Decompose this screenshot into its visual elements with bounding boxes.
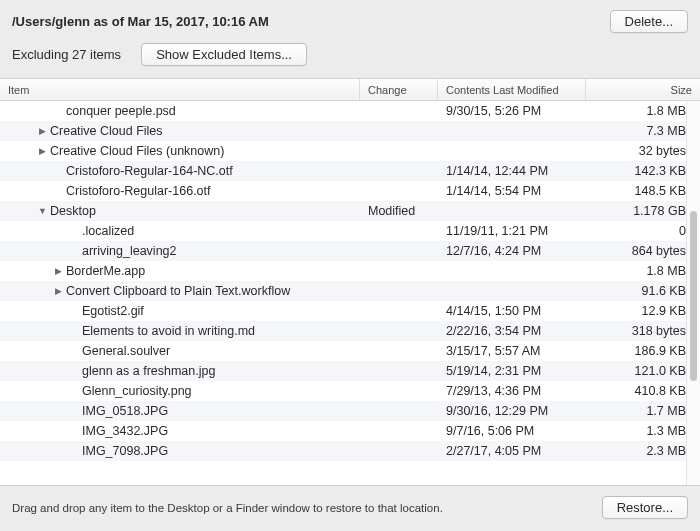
col-header-modified[interactable]: Contents Last Modified <box>438 79 586 100</box>
restore-button[interactable]: Restore... <box>602 496 688 519</box>
item-name: conquer peeple.psd <box>66 104 176 118</box>
table-row[interactable]: Elements to avoid in writing.md2/22/16, … <box>0 321 700 341</box>
item-name: .localized <box>82 224 134 238</box>
table-row[interactable]: ▼DesktopModified1.178 GB <box>0 201 700 221</box>
table-row[interactable]: glenn as a freshman.jpg5/19/14, 2:31 PM1… <box>0 361 700 381</box>
item-modified: 11/19/11, 1:21 PM <box>438 224 586 238</box>
item-name: Creative Cloud Files <box>50 124 163 138</box>
backup-browser-window: /Users/glenn as of Mar 15, 2017, 10:16 A… <box>0 0 700 531</box>
item-size: 32 bytes <box>586 144 700 158</box>
item-name: Desktop <box>50 204 96 218</box>
item-name: Egotist2.gif <box>82 304 144 318</box>
table-header: Item Change Contents Last Modified Size <box>0 79 700 101</box>
item-size: 12.9 KB <box>586 304 700 318</box>
item-modified: 2/27/17, 4:05 PM <box>438 444 586 458</box>
table-row[interactable]: conquer peeple.psd9/30/15, 5:26 PM1.8 MB <box>0 101 700 121</box>
item-name: IMG_3432.JPG <box>82 424 168 438</box>
col-header-size[interactable]: Size <box>586 79 700 100</box>
item-name: Glenn_curiosity.png <box>82 384 192 398</box>
item-name: Convert Clipboard to Plain Text.workflow <box>66 284 290 298</box>
table-row[interactable]: IMG_0518.JPG9/30/16, 12:29 PM1.7 MB <box>0 401 700 421</box>
delete-button[interactable]: Delete... <box>610 10 688 33</box>
item-size: 148.5 KB <box>586 184 700 198</box>
col-header-item[interactable]: Item <box>0 79 360 100</box>
item-size: 1.7 MB <box>586 404 700 418</box>
table-row[interactable]: ▶Convert Clipboard to Plain Text.workflo… <box>0 281 700 301</box>
item-modified: 3/15/17, 5:57 AM <box>438 344 586 358</box>
scrollbar-track[interactable] <box>686 101 700 485</box>
header: /Users/glenn as of Mar 15, 2017, 10:16 A… <box>0 0 700 39</box>
item-name: glenn as a freshman.jpg <box>82 364 215 378</box>
table-row[interactable]: ▶Creative Cloud Files7.3 MB <box>0 121 700 141</box>
item-name: IMG_7098.JPG <box>82 444 168 458</box>
footer: Drag and drop any item to the Desktop or… <box>0 486 700 531</box>
subheader: Excluding 27 items Show Excluded Items..… <box>0 39 700 78</box>
item-modified: 1/14/14, 5:54 PM <box>438 184 586 198</box>
item-size: 142.3 KB <box>586 164 700 178</box>
item-size: 318 bytes <box>586 324 700 338</box>
table-row[interactable]: IMG_3432.JPG9/7/16, 5:06 PM1.3 MB <box>0 421 700 441</box>
item-size: 186.9 KB <box>586 344 700 358</box>
scrollbar-thumb[interactable] <box>690 211 697 381</box>
item-size: 1.178 GB <box>586 204 700 218</box>
item-size: 1.3 MB <box>586 424 700 438</box>
disclosure-triangle-icon[interactable]: ▼ <box>38 206 47 216</box>
item-size: 121.0 KB <box>586 364 700 378</box>
item-size: 1.8 MB <box>586 264 700 278</box>
table-row[interactable]: Egotist2.gif4/14/15, 1:50 PM12.9 KB <box>0 301 700 321</box>
item-modified: 5/19/14, 2:31 PM <box>438 364 586 378</box>
item-size: 91.6 KB <box>586 284 700 298</box>
item-name: Cristoforo-Regular-164-NC.otf <box>66 164 233 178</box>
table-row[interactable]: Glenn_curiosity.png7/29/13, 4:36 PM410.8… <box>0 381 700 401</box>
show-excluded-button[interactable]: Show Excluded Items... <box>141 43 307 66</box>
item-size: 410.8 KB <box>586 384 700 398</box>
item-modified: 9/30/15, 5:26 PM <box>438 104 586 118</box>
item-size: 0 <box>586 224 700 238</box>
item-modified: 4/14/15, 1:50 PM <box>438 304 586 318</box>
item-name: Elements to avoid in writing.md <box>82 324 255 338</box>
item-modified: 1/14/14, 12:44 PM <box>438 164 586 178</box>
col-header-change[interactable]: Change <box>360 79 438 100</box>
table-row[interactable]: General.soulver3/15/17, 5:57 AM186.9 KB <box>0 341 700 361</box>
item-size: 7.3 MB <box>586 124 700 138</box>
file-table: Item Change Contents Last Modified Size … <box>0 78 700 486</box>
disclosure-triangle-icon[interactable]: ▶ <box>54 286 63 296</box>
disclosure-triangle-icon[interactable]: ▶ <box>38 146 47 156</box>
path-title: /Users/glenn as of Mar 15, 2017, 10:16 A… <box>12 14 269 29</box>
item-name: arriving_leaving2 <box>82 244 177 258</box>
item-change: Modified <box>360 204 438 218</box>
item-size: 864 bytes <box>586 244 700 258</box>
item-name: Cristoforo-Regular-166.otf <box>66 184 211 198</box>
table-body[interactable]: conquer peeple.psd9/30/15, 5:26 PM1.8 MB… <box>0 101 700 485</box>
table-row[interactable]: ▶BorderMe.app1.8 MB <box>0 261 700 281</box>
item-size: 1.8 MB <box>586 104 700 118</box>
table-row[interactable]: Cristoforo-Regular-164-NC.otf1/14/14, 12… <box>0 161 700 181</box>
item-name: BorderMe.app <box>66 264 145 278</box>
table-row[interactable]: ▶Creative Cloud Files (unknown)32 bytes <box>0 141 700 161</box>
item-name: General.soulver <box>82 344 170 358</box>
item-size: 2.3 MB <box>586 444 700 458</box>
disclosure-triangle-icon[interactable]: ▶ <box>54 266 63 276</box>
footer-hint: Drag and drop any item to the Desktop or… <box>12 502 443 514</box>
table-row[interactable]: .localized11/19/11, 1:21 PM0 <box>0 221 700 241</box>
item-name: IMG_0518.JPG <box>82 404 168 418</box>
table-row[interactable]: Cristoforo-Regular-166.otf1/14/14, 5:54 … <box>0 181 700 201</box>
item-modified: 9/7/16, 5:06 PM <box>438 424 586 438</box>
item-modified: 12/7/16, 4:24 PM <box>438 244 586 258</box>
item-modified: 9/30/16, 12:29 PM <box>438 404 586 418</box>
excluding-count: Excluding 27 items <box>12 47 121 62</box>
disclosure-triangle-icon[interactable]: ▶ <box>38 126 47 136</box>
item-modified: 7/29/13, 4:36 PM <box>438 384 586 398</box>
table-row[interactable]: IMG_7098.JPG2/27/17, 4:05 PM2.3 MB <box>0 441 700 461</box>
item-name: Creative Cloud Files (unknown) <box>50 144 224 158</box>
table-row[interactable]: arriving_leaving212/7/16, 4:24 PM864 byt… <box>0 241 700 261</box>
item-modified: 2/22/16, 3:54 PM <box>438 324 586 338</box>
